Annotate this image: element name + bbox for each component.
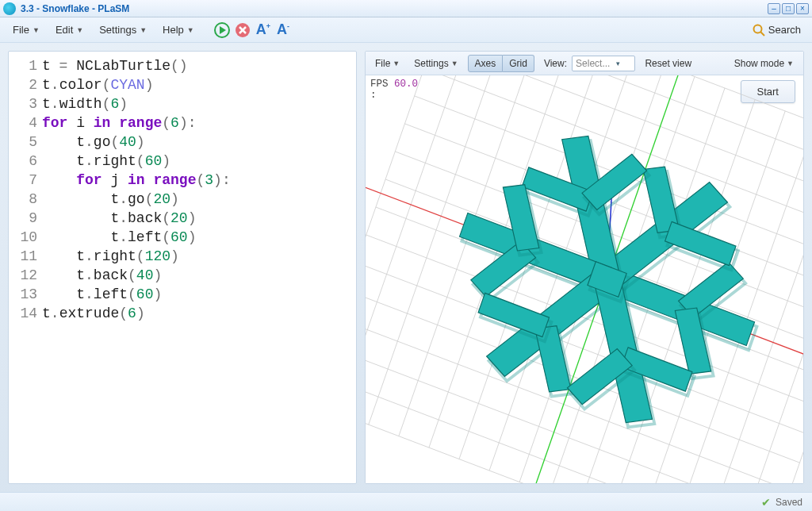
axes-grid-toggle: Axes Grid: [468, 55, 534, 72]
search-icon: [753, 24, 765, 36]
search-label: Search: [768, 24, 801, 36]
app-icon: [3, 2, 16, 15]
view-select[interactable]: Select... ▾: [572, 56, 635, 71]
workspace: 1 2 3 4 5 6 7 8 9 10 11 12 13 14 t = NCL…: [0, 43, 812, 492]
chevron-down-icon: ▼: [787, 60, 794, 67]
chevron-down-icon: ▼: [33, 26, 40, 34]
svg-line-7: [366, 75, 453, 402]
menu-settings[interactable]: Settings▼: [93, 21, 153, 39]
viewer-pane: File▼ Settings▼ Axes Grid View: Select..…: [365, 51, 804, 484]
chevron-down-icon: ▾: [616, 60, 620, 67]
run-button[interactable]: [213, 21, 231, 39]
stop-button[interactable]: [234, 21, 251, 39]
status-bar: ✔ Saved: [0, 492, 812, 511]
line-number-gutter: 1 2 3 4 5 6 7 8 9 10 11 12 13 14: [12, 56, 42, 478]
chevron-down-icon: ▼: [393, 60, 400, 67]
menu-help[interactable]: Help▼: [156, 21, 201, 39]
reset-view-button[interactable]: Reset view: [640, 56, 696, 71]
check-icon: ✔: [761, 496, 771, 509]
main-menubar: File▼ Edit▼ Settings▼ Help▼ A+ A- Search: [0, 17, 812, 43]
chevron-down-icon: ▼: [187, 26, 194, 34]
viewer-menu-settings[interactable]: Settings▼: [409, 56, 462, 71]
window-titlebar: 3.3 - Snowflake - PLaSM – □ ×: [0, 0, 812, 17]
saved-status: Saved: [776, 497, 802, 508]
search-button[interactable]: Search: [753, 24, 806, 36]
svg-line-11: [369, 75, 514, 425]
menu-file[interactable]: File▼: [6, 21, 46, 39]
font-increase-button[interactable]: A+: [255, 21, 272, 38]
view-label: View:: [539, 56, 567, 71]
font-decrease-button[interactable]: A-: [275, 21, 291, 38]
viewer-menu-file[interactable]: File▼: [370, 56, 404, 71]
viewer-toolbar: File▼ Settings▼ Axes Grid View: Select..…: [366, 52, 803, 75]
show-mode-menu[interactable]: Show mode▼: [730, 56, 799, 71]
minimize-button[interactable]: –: [768, 3, 780, 14]
chevron-down-icon: ▼: [76, 26, 83, 34]
maximize-button[interactable]: □: [782, 3, 795, 14]
window-title: 3.3 - Snowflake - PLaSM: [21, 3, 766, 14]
close-button[interactable]: ×: [796, 3, 809, 14]
viewer-canvas[interactable]: FPS 60.0: Start: [366, 75, 803, 483]
svg-marker-1: [220, 26, 226, 34]
svg-line-12: [366, 346, 780, 483]
snowflake-render: [366, 75, 803, 483]
grid-toggle[interactable]: Grid: [503, 55, 534, 72]
svg-line-6: [760, 32, 764, 36]
svg-line-38: [453, 75, 803, 157]
view-select-placeholder: Select...: [576, 58, 610, 69]
chevron-down-icon: ▼: [140, 26, 147, 34]
svg-line-8: [366, 402, 761, 483]
code-content[interactable]: t = NCLabTurtle()t.color(CYAN)t.width(6)…: [42, 56, 353, 478]
axes-toggle[interactable]: Axes: [468, 55, 504, 72]
chevron-down-icon: ▼: [451, 60, 458, 67]
menu-edit[interactable]: Edit▼: [49, 21, 90, 39]
code-editor[interactable]: 1 2 3 4 5 6 7 8 9 10 11 12 13 14 t = NCL…: [8, 51, 357, 484]
svg-line-37: [761, 157, 803, 483]
